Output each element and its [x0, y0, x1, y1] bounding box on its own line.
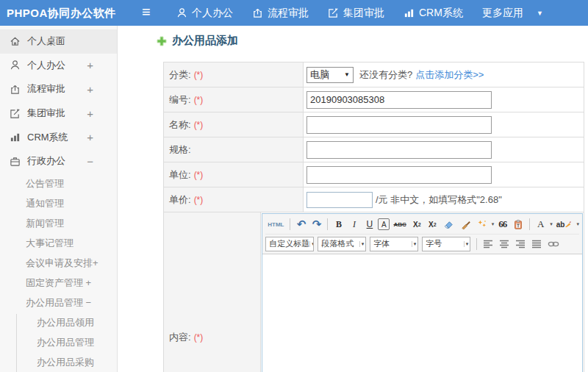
sidebar-subsubitem-supplies-manage[interactable]: 办公用品管理	[0, 332, 117, 352]
sidebar-item-label: 行政办公	[27, 154, 65, 168]
align-left-button[interactable]	[481, 237, 495, 251]
italic-button[interactable]: I	[347, 217, 361, 232]
bar-chart-icon	[404, 7, 415, 18]
select-caret-icon: ▾	[412, 241, 417, 247]
paste-text-button[interactable]	[511, 217, 526, 232]
sidebar-subsubitem-supplies-purchase[interactable]: 办公用品采购	[0, 352, 117, 372]
person-icon	[10, 60, 21, 71]
app-logo: PHPOA协同办公软件	[7, 0, 116, 26]
underline-button[interactable]: U	[362, 217, 376, 232]
name-input[interactable]	[306, 116, 492, 134]
nav-crm-system[interactable]: CRM系统	[404, 7, 463, 20]
sidebar-item-personal-office[interactable]: 个人办公 +	[0, 54, 117, 78]
sidebar-subitem-notification[interactable]: 通知管理	[0, 193, 117, 213]
sparkle-wand-icon	[477, 219, 487, 229]
add-category-link[interactable]: 点击添加分类>>	[415, 68, 484, 82]
sidebar-subitem-announcement[interactable]: 公告管理	[0, 174, 117, 193]
form-row-name: 名称: (*)	[163, 112, 584, 137]
blockquote-button[interactable]: 66	[495, 217, 509, 232]
rich-text-editor: HTML ↶ ↷ B I U A ABC X2	[262, 213, 583, 372]
sidebar-item-personal-desktop[interactable]: 个人桌面	[0, 29, 117, 54]
topbar: PHPOA协同办公软件 ≡ 个人办公 流程审批 集团审批 CRM系统 更多应用 …	[0, 0, 588, 26]
subscript-button[interactable]: X2	[426, 217, 440, 232]
font-family-select[interactable]: 字体▾	[370, 237, 418, 251]
caret-down-icon[interactable]: ▼	[537, 10, 543, 17]
align-justify-icon	[531, 240, 542, 248]
office-supplies-submenu: 办公用品领用 办公用品管理 办公用品采购	[0, 312, 117, 372]
sidebar-item-workflow-approval[interactable]: 流程审批 +	[0, 77, 117, 101]
category-value-cell: 电脑 ▼ 还没有分类? 点击添加分类>>	[304, 62, 584, 87]
sidebar-subitem-events[interactable]: 大事记管理	[0, 233, 117, 253]
sidebar-subitem-fixed-assets[interactable]: 固定资产管理 +	[0, 273, 117, 293]
sidebar-subsubitem-supplies-claim[interactable]: 办公用品领用	[0, 312, 117, 332]
unit-label-cell: 单位: (*)	[164, 162, 304, 187]
format-brush-button[interactable]	[458, 217, 473, 232]
bold-button[interactable]: B	[331, 217, 345, 232]
expand-plus-icon[interactable]: +	[87, 83, 93, 96]
highlight-caret-icon[interactable]: ▾	[576, 221, 579, 227]
required-mark: (*)	[194, 332, 204, 343]
sidebar-item-crm-system[interactable]: CRM系统 +	[0, 125, 117, 149]
app-window: PHPOA协同办公软件 ≡ 个人办公 流程审批 集团审批 CRM系统 更多应用 …	[0, 0, 588, 372]
link-icon	[548, 240, 559, 248]
spec-value-cell	[304, 137, 584, 162]
price-input[interactable]	[306, 192, 373, 208]
category-select[interactable]: 电脑 ▼	[306, 67, 354, 83]
spec-label-cell: 规格:	[164, 137, 304, 162]
redo-button[interactable]: ↷	[309, 217, 323, 232]
editor-content-area[interactable]	[262, 254, 582, 372]
nav-group-approval[interactable]: 集团审批	[328, 7, 384, 20]
auto-format-caret-icon[interactable]: ▾	[492, 221, 495, 227]
hamburger-menu-icon[interactable]: ≡	[142, 0, 151, 26]
paragraph-format-select[interactable]: 段落格式▾	[318, 237, 366, 251]
sidebar-item-group-approval[interactable]: 集团审批 +	[0, 101, 117, 126]
nav-workflow-approval[interactable]: 流程审批	[252, 7, 309, 20]
expand-plus-icon[interactable]: +	[87, 131, 93, 143]
page-title: 办公用品添加	[157, 34, 238, 48]
insert-link-button[interactable]	[545, 237, 562, 251]
nav-personal-office[interactable]: 个人办公	[176, 7, 233, 20]
nav-label: CRM系统	[419, 7, 463, 20]
toolbar-separator	[529, 218, 530, 230]
source-code-button[interactable]: HTML	[265, 217, 286, 232]
unit-value-cell	[304, 162, 584, 187]
font-size-select[interactable]: 字号▾	[422, 237, 470, 251]
nav-more-apps[interactable]: 更多应用 ▼	[482, 7, 543, 20]
sidebar-item-admin-office[interactable]: 行政办公 −	[0, 149, 117, 174]
collapse-minus-icon[interactable]: −	[87, 155, 93, 168]
superscript-button[interactable]: X2	[410, 217, 424, 232]
unit-input[interactable]	[306, 166, 492, 184]
form-row-category: 分类: (*) 电脑 ▼ 还没有分类? 点击添加分类>>	[163, 62, 584, 87]
select-caret-icon: ▼	[344, 71, 350, 78]
code-value-cell	[304, 87, 584, 112]
align-justify-button[interactable]	[529, 237, 544, 251]
category-selected-value: 电脑	[310, 68, 329, 82]
autotypeset-button[interactable]: A	[378, 218, 390, 230]
strikethrough-button[interactable]: ABC	[391, 217, 408, 232]
undo-button[interactable]: ↶	[294, 217, 308, 232]
font-color-caret-icon[interactable]: ▾	[550, 221, 553, 227]
expand-plus-icon[interactable]: +	[87, 59, 93, 71]
share-icon	[10, 84, 21, 95]
code-label-cell: 编号: (*)	[164, 87, 304, 112]
sidebar-subitem-office-supplies[interactable]: 办公用品管理 −	[0, 293, 117, 312]
content-value-cell: HTML ↶ ↷ B I U A ABC X2	[261, 212, 584, 372]
briefcase-icon	[10, 156, 21, 167]
nav-label: 集团审批	[343, 7, 384, 20]
sidebar-subitem-news[interactable]: 新闻管理	[0, 213, 117, 233]
code-input[interactable]	[306, 91, 492, 109]
top-navigation: 个人办公 流程审批 集团审批 CRM系统 更多应用 ▼	[176, 0, 543, 26]
eraser-button[interactable]	[441, 217, 456, 232]
align-center-button[interactable]	[497, 237, 512, 251]
auto-format-button[interactable]	[475, 217, 490, 232]
highlight-color-button[interactable]: ab	[554, 217, 575, 232]
align-right-button[interactable]	[513, 237, 528, 251]
sidebar-subitem-meetings[interactable]: 会议申请及安排+	[0, 253, 117, 273]
expand-plus-icon[interactable]: +	[87, 107, 93, 120]
custom-title-select[interactable]: 自定义标题▾	[265, 237, 314, 251]
sidebar-item-label: 个人办公	[27, 59, 65, 72]
form-row-content: 内容: (*) HTML ↶ ↷ B	[163, 212, 584, 372]
main-content: 办公用品添加 分类: (*) 电脑 ▼ 还没有分类? 点击添加分类>>	[118, 26, 588, 372]
font-color-button[interactable]: A	[534, 217, 548, 232]
spec-input[interactable]	[306, 141, 492, 159]
